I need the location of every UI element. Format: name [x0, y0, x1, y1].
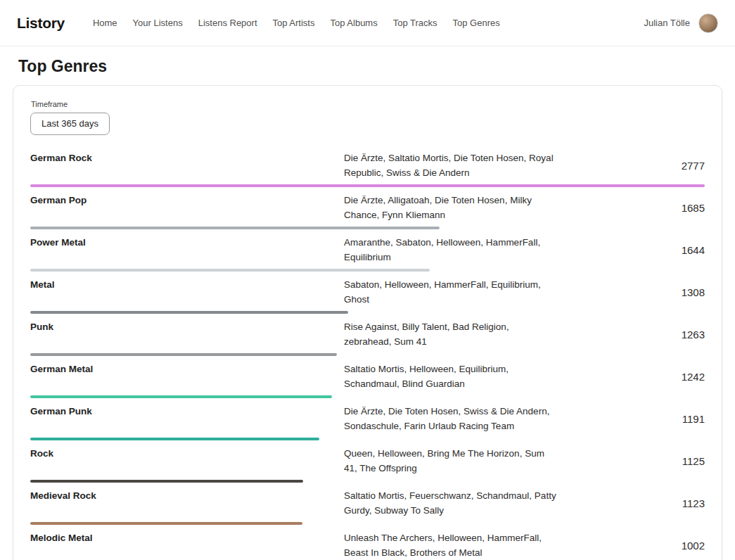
genre-row: PunkRise Against, Billy Talent, Bad Reli…	[30, 314, 705, 356]
genre-count: 1685	[563, 202, 705, 214]
genre-name: Punk	[30, 319, 337, 349]
genre-name: Rock	[30, 446, 337, 476]
user-name[interactable]: Julian Tölle	[644, 18, 690, 28]
genre-count: 1263	[563, 329, 705, 341]
genre-row: German MetalSaltatio Mortis, Helloween, …	[30, 356, 705, 398]
main-content: Top Genres Timeframe Last 365 days Germa…	[0, 57, 735, 560]
genre-row: German PopDie Ärzte, Alligatoah, Die Tot…	[30, 187, 705, 229]
page-title: Top Genres	[18, 57, 735, 76]
genre-artists: Die Ärzte, Saltatio Mortis, Die Toten Ho…	[344, 151, 556, 180]
nav-item-listens-report[interactable]: Listens Report	[198, 18, 257, 28]
genre-name: Power Metal	[30, 235, 337, 265]
nav-item-your-listens[interactable]: Your Listens	[133, 18, 183, 28]
genre-name: Melodic Metal	[30, 530, 337, 560]
genre-row: Melodic MetalUnleash The Archers, Hellow…	[30, 525, 705, 560]
genre-artists: Saltatio Mortis, Helloween, Equilibrium,…	[344, 362, 556, 391]
genre-artists: Die Ärzte, Alligatoah, Die Toten Hosen, …	[344, 193, 556, 222]
genre-row: German RockDie Ärzte, Saltatio Mortis, D…	[30, 145, 705, 187]
genre-count: 1191	[563, 413, 705, 425]
genre-count: 1242	[563, 371, 705, 383]
user-avatar[interactable]	[698, 13, 718, 33]
genre-artists: Rise Against, Billy Talent, Bad Religion…	[344, 319, 556, 349]
genre-count: 1123	[563, 497, 705, 509]
genre-artists: Amaranthe, Sabaton, Helloween, HammerFal…	[344, 235, 556, 265]
genre-name: Medieval Rock	[30, 488, 337, 518]
nav-item-home[interactable]: Home	[93, 18, 117, 28]
genre-name: German Rock	[30, 151, 337, 180]
genre-artists: Unleash The Archers, Helloween, HammerFa…	[344, 530, 556, 560]
top-genres-card: Timeframe Last 365 days German RockDie Ä…	[13, 85, 722, 560]
nav-item-top-genres[interactable]: Top Genres	[453, 18, 500, 28]
timeframe-control: Timeframe Last 365 days	[30, 100, 705, 135]
genre-count: 1125	[563, 455, 705, 467]
genre-row: RockQueen, Helloween, Bring Me The Horiz…	[30, 440, 705, 483]
genre-row: German PunkDie Ärzte, Die Toten Hosen, S…	[30, 398, 705, 440]
genre-artists: Sabaton, Helloween, HammerFall, Equilibr…	[344, 277, 556, 307]
genre-name: German Punk	[30, 404, 337, 433]
genre-count: 2777	[563, 160, 705, 172]
top-nav: Listory HomeYour ListensListens ReportTo…	[0, 0, 735, 46]
genre-name: German Pop	[30, 193, 337, 222]
genre-row: Power MetalAmaranthe, Sabaton, Helloween…	[30, 229, 705, 272]
timeframe-select[interactable]: Last 365 days	[30, 113, 110, 135]
timeframe-label: Timeframe	[31, 100, 705, 108]
genre-artists: Queen, Helloween, Bring Me The Horizon, …	[344, 446, 556, 476]
nav-item-top-artists[interactable]: Top Artists	[273, 18, 315, 28]
genre-name: German Metal	[30, 362, 337, 391]
nav-item-top-albums[interactable]: Top Albums	[330, 18, 377, 28]
genre-count: 1308	[563, 286, 705, 298]
genre-row: MetalSabaton, Helloween, HammerFall, Equ…	[30, 272, 705, 314]
genre-artists: Die Ärzte, Die Toten Hosen, Swiss & Die …	[344, 404, 556, 433]
genre-count: 1002	[563, 540, 705, 552]
nav-right: Julian Tölle	[644, 13, 718, 33]
main-nav: HomeYour ListensListens ReportTop Artist…	[93, 18, 516, 28]
genre-table: German RockDie Ärzte, Saltatio Mortis, D…	[30, 145, 705, 560]
nav-item-top-tracks[interactable]: Top Tracks	[393, 18, 437, 28]
genre-name: Metal	[30, 277, 337, 307]
genre-count: 1644	[563, 244, 705, 256]
app-logo[interactable]: Listory	[17, 15, 65, 32]
genre-row: Medieval RockSaltatio Mortis, Feuerschwa…	[30, 483, 705, 525]
genre-artists: Saltatio Mortis, Feuerschwanz, Schandmau…	[344, 488, 556, 518]
